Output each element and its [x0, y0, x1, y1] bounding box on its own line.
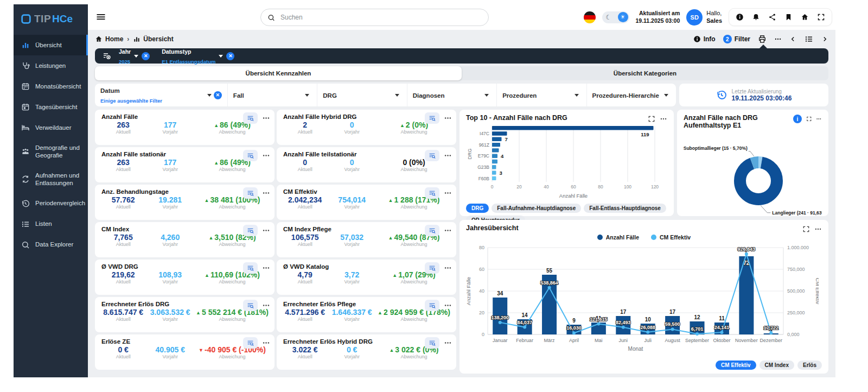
detail-table-button[interactable] — [243, 112, 258, 124]
card-menu-button[interactable] — [444, 301, 452, 309]
prev-page-button[interactable] — [789, 35, 797, 43]
svg-text:September: September — [685, 338, 709, 343]
filter-dropdown-fall[interactable]: Fall — [227, 84, 317, 106]
detail-table-button[interactable] — [425, 262, 439, 274]
detail-table-button[interactable] — [425, 300, 439, 311]
card-menu-button[interactable] — [444, 189, 452, 197]
detail-table-button[interactable] — [425, 225, 439, 236]
tab-uebersicht-kennzahlen[interactable]: Übersicht Kennzahlen — [95, 66, 462, 80]
sidebar-item--bersicht[interactable]: Übersicht — [14, 35, 88, 55]
filter-button[interactable]: 2 Filter — [723, 35, 750, 43]
dots-icon[interactable] — [816, 115, 822, 123]
sidebar-item-verweildauer[interactable]: Verweildauer — [14, 117, 88, 138]
tab-uebersicht-kategorien[interactable]: Übersicht Kategorien — [462, 66, 828, 80]
card-menu-button[interactable] — [262, 151, 270, 160]
language-flag-de[interactable] — [584, 11, 596, 23]
remove-filter-icon[interactable]: ✕ — [142, 52, 150, 60]
filter-dropdown-datum[interactable]: DatumEinige ausgewählte Filter✕ — [95, 84, 227, 106]
filter-dropdown-diagnosen[interactable]: Diagnosen — [407, 84, 496, 106]
sidebar: TIPHCe ÜbersichtLeistungenMonatsübersich… — [14, 4, 88, 377]
moon-icon: ☾ — [606, 14, 612, 21]
detail-table-button[interactable] — [243, 150, 258, 161]
detail-table-button[interactable] — [243, 300, 258, 311]
share-icon[interactable] — [768, 13, 776, 21]
detail-icon — [429, 302, 436, 309]
legend-item[interactable]: CM Effektiv — [651, 234, 691, 241]
card-menu-button[interactable] — [262, 226, 270, 235]
filter-dropdown-prozeduren-hierarchie[interactable]: Prozeduren-Hierarchie — [586, 84, 676, 106]
search-input[interactable] — [279, 13, 482, 22]
category-button-fall-aufnahme-hauptdiagnose[interactable]: Fall-Aufnahme-Hauptdiagnose — [492, 204, 581, 213]
sidebar-item-data-explorer[interactable]: Data Explorer — [14, 235, 88, 255]
dots-icon — [262, 301, 270, 309]
breadcrumb-home[interactable]: Home — [95, 35, 123, 43]
next-page-button[interactable] — [821, 35, 828, 43]
expand-icon[interactable] — [648, 115, 655, 123]
sidebar-item-tages-bersicht[interactable]: Tagesübersicht — [14, 97, 88, 117]
dots-icon[interactable] — [814, 225, 822, 233]
breadcrumb-current[interactable]: Übersicht — [133, 35, 173, 43]
filter-chip-datumstyp[interactable]: DatumstypE1 Entlassungsdatum✕ — [162, 46, 234, 66]
svg-text:9: 9 — [572, 318, 576, 324]
filter-dropdown-drg[interactable]: DRG — [317, 84, 406, 106]
card-menu-button[interactable] — [444, 151, 452, 160]
card-menu-button[interactable] — [262, 189, 270, 197]
card-menu-button[interactable] — [444, 339, 452, 347]
card-menu-button[interactable] — [444, 114, 452, 122]
sidebar-item-monats-bersicht[interactable]: Monatsübersicht — [14, 76, 88, 97]
metric-button-cm-index[interactable]: CM Index — [760, 361, 794, 370]
sidebar-item-listen[interactable]: Listen — [14, 214, 88, 235]
home-icon[interactable] — [801, 13, 809, 21]
metric-button-cm-effektiv[interactable]: CM Effektiv — [716, 361, 756, 370]
clear-filter-icon[interactable]: ✕ — [214, 91, 222, 99]
sidebar-item-demografie-und-geografie[interactable]: Demografie und Geografie — [14, 138, 88, 166]
detail-table-button[interactable] — [243, 187, 258, 199]
people-icon — [21, 147, 30, 156]
card-menu-button[interactable] — [262, 114, 270, 122]
card-menu-button[interactable] — [262, 264, 270, 272]
category-button-fall-entlass-hauptdiagnose[interactable]: Fall-Entlass-Hauptdiagnose — [584, 204, 666, 213]
svg-text:G23B: G23B — [477, 165, 489, 170]
sidebar-item-label: Listen — [35, 220, 52, 227]
info-button[interactable]: Info — [693, 35, 716, 43]
category-button-drg[interactable]: DRG — [466, 204, 489, 213]
print-button[interactable] — [758, 35, 767, 43]
dots-icon[interactable] — [660, 115, 667, 123]
detail-table-button[interactable] — [425, 337, 439, 349]
detail-table-button[interactable] — [243, 262, 258, 274]
sidebar-item-periodenvergleich[interactable]: Periodenvergleich — [14, 193, 88, 214]
expand-icon[interactable] — [802, 225, 810, 233]
chevron-left-icon — [789, 35, 797, 43]
card-menu-button[interactable] — [262, 301, 270, 309]
fullscreen-icon[interactable] — [817, 13, 825, 21]
info-icon[interactable] — [736, 13, 744, 21]
detail-table-button[interactable] — [425, 112, 439, 124]
notifications-bell-icon[interactable] — [752, 13, 760, 21]
avatar[interactable]: SD — [686, 9, 703, 26]
menu-toggle-button[interactable] — [95, 12, 106, 23]
chart-legend: Anzahl FälleCM Effektiv — [466, 234, 822, 241]
filter-chip-jahr[interactable]: Jahr2025✕ — [119, 46, 150, 66]
dots-icon — [262, 151, 270, 160]
detail-table-button[interactable] — [243, 337, 258, 349]
page-list-button[interactable] — [805, 35, 813, 43]
detail-table-button[interactable] — [243, 225, 258, 236]
card-menu-button[interactable] — [444, 226, 452, 235]
filter-count-badge: 2 — [723, 35, 732, 43]
detail-table-button[interactable] — [425, 187, 439, 199]
theme-toggle[interactable]: ☾ ☀ — [602, 11, 629, 23]
sidebar-item-aufnahmen-und-entlassungen[interactable]: Aufnahmen und Entlassungen — [14, 166, 88, 193]
expand-icon[interactable] — [806, 115, 812, 123]
clear-filters-button[interactable] — [100, 50, 113, 61]
filter-dropdown-prozeduren[interactable]: Prozeduren — [496, 84, 586, 106]
detail-table-button[interactable] — [425, 150, 439, 161]
legend-item[interactable]: Anzahl Fälle — [597, 234, 639, 241]
metric-button-erl-s[interactable]: Erlös — [797, 361, 822, 370]
card-menu-button[interactable] — [444, 264, 452, 272]
more-options-button[interactable] — [774, 35, 782, 43]
info-icon[interactable]: i — [793, 115, 802, 123]
sidebar-item-leistungen[interactable]: Leistungen — [14, 55, 88, 76]
card-menu-button[interactable] — [262, 339, 270, 347]
remove-filter-icon[interactable]: ✕ — [226, 52, 234, 60]
bookmark-icon[interactable] — [784, 13, 793, 21]
